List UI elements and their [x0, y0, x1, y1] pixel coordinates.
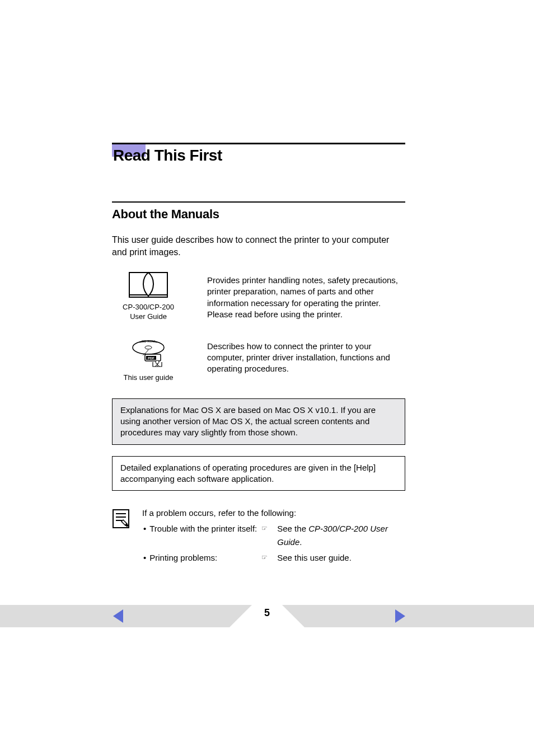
- svg-point-7: [156, 360, 159, 364]
- svg-point-2: [145, 346, 152, 349]
- manual-caption: This user guide: [124, 373, 174, 383]
- cdrom-pdf-icon: CD ROM PDF: [128, 337, 168, 370]
- troubleshoot-intro: If a problem occurs, refer to the follow…: [142, 506, 405, 520]
- page: Read This First About the Manuals This u…: [0, 0, 534, 756]
- manual-icon-column: CP-300/CP-200 User Guide: [112, 271, 185, 322]
- troubleshoot-item: • Printing problems: ☞ See this user gui…: [142, 551, 405, 565]
- troubleshoot-ref: See this user guide.: [277, 551, 352, 565]
- manual-description: Provides printer handling notes, safety …: [207, 271, 405, 320]
- subsection-title: About the Manuals: [112, 207, 405, 222]
- troubleshoot-ref: See the CP-300/CP-200 User Guide.: [277, 522, 405, 549]
- svg-text:☞: ☞: [261, 554, 268, 561]
- page-footer: 5: [0, 605, 534, 627]
- manual-entry: CD ROM PDF This user guide Describes how…: [112, 337, 405, 383]
- section-title: Read This First: [112, 144, 405, 168]
- manual-caption: CP-300/CP-200 User Guide: [123, 303, 174, 322]
- intro-text: This user guide describes how to connect…: [112, 234, 405, 258]
- troubleshoot-block: If a problem occurs, refer to the follow…: [112, 506, 405, 565]
- ref-prefix: See this user guide.: [277, 553, 352, 562]
- note-page-icon: [112, 509, 131, 530]
- subsection-block: About the Manuals: [112, 201, 405, 222]
- ref-suffix: .: [299, 537, 302, 547]
- troubleshoot-item: • Trouble with the printer itself: ☞ See…: [142, 522, 405, 549]
- hand-pointer-icon: ☞: [261, 552, 274, 564]
- troubleshoot-text: If a problem occurs, refer to the follow…: [142, 506, 405, 565]
- svg-text:CD ROM: CD ROM: [142, 340, 155, 343]
- next-page-button[interactable]: [395, 609, 405, 623]
- note-box-help: Detailed explanations of operating proce…: [112, 456, 405, 491]
- note-box-osx: Explanations for Mac OS X are based on M…: [112, 398, 405, 445]
- manual-icon-column: CD ROM PDF This user guide: [112, 337, 185, 383]
- manual-description: Describes how to connect the printer to …: [207, 337, 405, 375]
- manual-entry: CP-300/CP-200 User Guide Provides printe…: [112, 271, 405, 322]
- troubleshoot-label: Printing problems:: [149, 551, 261, 565]
- ref-prefix: See the: [277, 524, 308, 533]
- page-number: 5: [0, 607, 534, 619]
- svg-text:PDF: PDF: [148, 356, 154, 360]
- troubleshoot-label: Trouble with the printer itself:: [149, 522, 261, 536]
- open-book-icon: [128, 271, 168, 299]
- svg-text:☞: ☞: [261, 525, 268, 532]
- bullet-icon: •: [143, 522, 146, 536]
- section-title-block: Read This First: [112, 143, 405, 168]
- hand-pointer-icon: ☞: [261, 523, 274, 535]
- bullet-icon: •: [143, 551, 146, 565]
